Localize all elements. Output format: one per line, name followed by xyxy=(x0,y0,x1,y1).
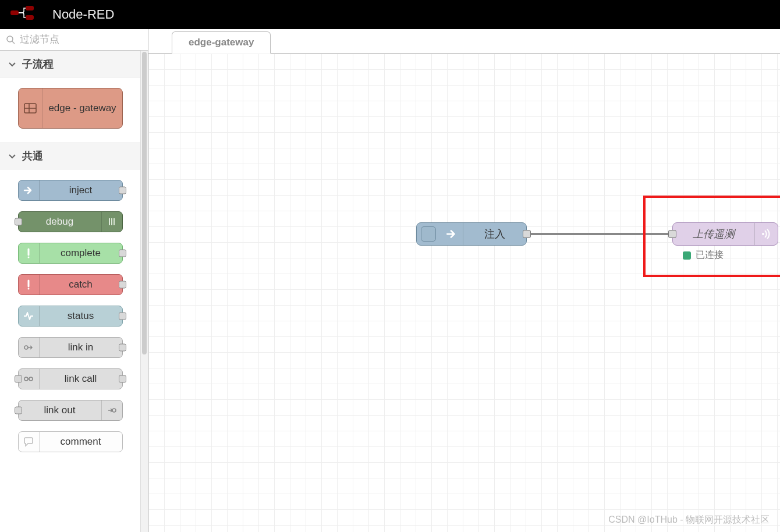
palette-node-debug[interactable]: debug xyxy=(18,211,123,232)
link-in-icon xyxy=(19,338,40,357)
node-red-logo-icon xyxy=(10,6,44,23)
watermark-text: CSDN @IoTHub - 物联网开源技术社区 xyxy=(608,514,770,526)
svg-point-17 xyxy=(29,377,33,381)
palette-category-subflows[interactable]: 子流程 xyxy=(0,51,140,77)
workspace: edge-gateway 注入 上传遥测 xyxy=(148,29,780,532)
palette-node-label: inject xyxy=(40,185,122,196)
chevron-down-icon xyxy=(8,152,16,160)
link-out-icon xyxy=(101,400,122,420)
palette-node-label: comment xyxy=(40,436,122,448)
svg-point-15 xyxy=(24,346,28,349)
exclamation-icon xyxy=(19,243,40,263)
svg-point-3 xyxy=(7,36,13,42)
output-port[interactable] xyxy=(523,230,531,238)
palette-node-label: complete xyxy=(40,247,122,259)
palette-node-label: link in xyxy=(40,342,122,353)
palette-node-label: link out xyxy=(19,405,101,416)
palette-node-inject[interactable]: inject xyxy=(18,180,123,201)
palette-node-label: edge - gateway xyxy=(43,100,122,117)
svg-point-12 xyxy=(28,257,30,258)
tab-edge-gateway[interactable]: edge-gateway xyxy=(172,31,271,54)
svg-point-14 xyxy=(28,288,30,290)
palette-node-link-out[interactable]: link out xyxy=(18,400,123,421)
palette-filter-input[interactable] xyxy=(20,34,142,45)
palette-node-link-call[interactable]: link call xyxy=(18,368,123,389)
output-port[interactable] xyxy=(119,187,126,194)
palette-category-common[interactable]: 共通 xyxy=(0,143,140,169)
tab-label: edge-gateway xyxy=(189,37,254,48)
palette-node-label: catch xyxy=(40,279,122,290)
palette-node-label: link call xyxy=(40,373,122,385)
exclamation-icon xyxy=(19,275,40,295)
pulse-icon xyxy=(19,306,40,326)
chevron-down-icon xyxy=(8,60,16,68)
annotation-highlight xyxy=(643,196,780,277)
search-icon xyxy=(6,35,15,44)
app-title: Node-RED xyxy=(52,7,114,22)
palette-panel: 子流程 edge - gateway 共通 xyxy=(0,29,148,532)
flow-node-inject[interactable]: 注入 xyxy=(416,222,527,246)
palette-node-label: debug xyxy=(19,216,101,228)
palette-node-edge-gateway[interactable]: edge - gateway xyxy=(18,88,123,129)
input-port[interactable] xyxy=(15,218,22,226)
palette-filter[interactable] xyxy=(0,29,148,51)
palette-scrollbar[interactable] xyxy=(140,51,148,532)
output-port[interactable] xyxy=(119,250,126,257)
palette-node-label: status xyxy=(40,310,122,322)
input-port[interactable] xyxy=(15,375,22,383)
flow-node-label: 注入 xyxy=(463,227,526,241)
canvas-grid xyxy=(148,54,780,532)
palette-node-catch[interactable]: catch xyxy=(18,274,123,295)
output-port[interactable] xyxy=(119,313,126,320)
comment-icon xyxy=(19,432,40,452)
palette-node-link-in[interactable]: link in xyxy=(18,337,123,358)
flow-canvas[interactable]: 注入 上传遥测 已连接 xyxy=(148,54,780,532)
flow-tabs: edge-gateway xyxy=(148,29,780,54)
palette-node-comment[interactable]: comment xyxy=(18,431,123,452)
input-port[interactable] xyxy=(15,407,22,414)
output-port[interactable] xyxy=(119,375,126,383)
arrow-right-icon xyxy=(440,223,463,245)
scrollbar-thumb[interactable] xyxy=(142,52,147,354)
svg-line-4 xyxy=(12,41,15,44)
inject-button[interactable] xyxy=(417,223,440,245)
arrow-right-icon xyxy=(19,180,40,200)
svg-point-16 xyxy=(24,377,28,381)
output-port[interactable] xyxy=(119,281,126,289)
category-label: 子流程 xyxy=(22,57,54,71)
svg-rect-2 xyxy=(26,15,34,20)
svg-rect-1 xyxy=(26,6,34,10)
svg-rect-0 xyxy=(10,10,19,15)
category-label: 共通 xyxy=(22,149,43,163)
app-header: Node-RED xyxy=(0,0,780,29)
palette-node-complete[interactable]: complete xyxy=(18,243,123,264)
debug-icon xyxy=(101,212,122,232)
subflow-icon xyxy=(19,88,43,128)
output-port[interactable] xyxy=(119,344,126,352)
palette-node-status[interactable]: status xyxy=(18,306,123,327)
